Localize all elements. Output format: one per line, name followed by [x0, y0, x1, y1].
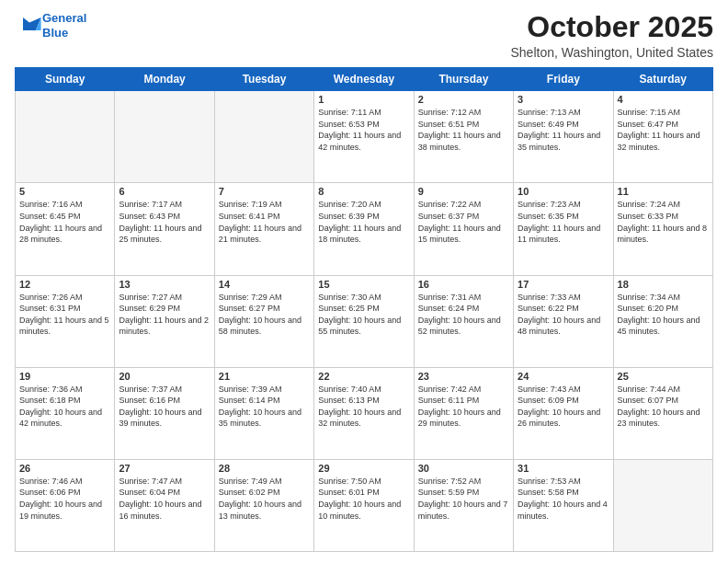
day-number: 12	[19, 279, 110, 290]
title-block: October 2025 Shelton, Washington, United…	[511, 11, 714, 60]
day-info: Sunrise: 7:33 AMSunset: 6:22 PMDaylight:…	[518, 292, 609, 338]
day-info: Sunrise: 7:26 AMSunset: 6:31 PMDaylight:…	[19, 292, 110, 338]
day-info: Sunrise: 7:13 AMSunset: 6:49 PMDaylight:…	[518, 107, 609, 153]
table-row	[16, 91, 115, 183]
col-saturday: Saturday	[613, 68, 712, 91]
table-row: 21Sunrise: 7:39 AMSunset: 6:14 PMDayligh…	[214, 367, 313, 459]
calendar-table: Sunday Monday Tuesday Wednesday Thursday…	[15, 67, 713, 552]
logo-icon	[17, 11, 42, 37]
day-number: 1	[318, 94, 409, 105]
col-wednesday: Wednesday	[314, 68, 414, 91]
day-info: Sunrise: 7:47 AMSunset: 6:04 PMDaylight:…	[119, 476, 210, 522]
table-row: 12Sunrise: 7:26 AMSunset: 6:31 PMDayligh…	[16, 275, 115, 367]
logo: General Blue	[15, 11, 86, 40]
day-number: 6	[119, 186, 210, 197]
month-title: October 2025	[511, 11, 714, 43]
table-row: 26Sunrise: 7:46 AMSunset: 6:06 PMDayligh…	[16, 459, 115, 551]
day-info: Sunrise: 7:40 AMSunset: 6:13 PMDaylight:…	[318, 384, 409, 430]
calendar-week-row: 19Sunrise: 7:36 AMSunset: 6:18 PMDayligh…	[16, 367, 713, 459]
day-number: 22	[318, 371, 409, 382]
table-row: 8Sunrise: 7:20 AMSunset: 6:39 PMDaylight…	[314, 183, 414, 275]
day-info: Sunrise: 7:16 AMSunset: 6:45 PMDaylight:…	[19, 199, 110, 245]
day-info: Sunrise: 7:15 AMSunset: 6:47 PMDaylight:…	[618, 107, 709, 153]
day-info: Sunrise: 7:24 AMSunset: 6:33 PMDaylight:…	[618, 199, 709, 245]
table-row: 23Sunrise: 7:42 AMSunset: 6:11 PMDayligh…	[414, 367, 513, 459]
table-row: 4Sunrise: 7:15 AMSunset: 6:47 PMDaylight…	[613, 91, 712, 183]
day-info: Sunrise: 7:20 AMSunset: 6:39 PMDaylight:…	[318, 199, 409, 245]
day-number: 28	[219, 463, 310, 474]
table-row: 7Sunrise: 7:19 AMSunset: 6:41 PMDaylight…	[214, 183, 313, 275]
calendar-week-row: 1Sunrise: 7:11 AMSunset: 6:53 PMDaylight…	[16, 91, 713, 183]
table-row: 18Sunrise: 7:34 AMSunset: 6:20 PMDayligh…	[613, 275, 712, 367]
table-row: 9Sunrise: 7:22 AMSunset: 6:37 PMDaylight…	[414, 183, 513, 275]
day-number: 9	[418, 186, 509, 197]
day-number: 5	[19, 186, 110, 197]
day-info: Sunrise: 7:37 AMSunset: 6:16 PMDaylight:…	[119, 384, 210, 430]
day-info: Sunrise: 7:11 AMSunset: 6:53 PMDaylight:…	[318, 107, 409, 153]
day-number: 25	[618, 371, 709, 382]
day-info: Sunrise: 7:17 AMSunset: 6:43 PMDaylight:…	[119, 199, 210, 245]
day-number: 15	[318, 279, 409, 290]
logo-text: General Blue	[42, 11, 86, 40]
day-number: 18	[618, 279, 709, 290]
page: General Blue October 2025 Shelton, Washi…	[0, 0, 728, 563]
day-info: Sunrise: 7:43 AMSunset: 6:09 PMDaylight:…	[518, 384, 609, 430]
day-number: 26	[19, 463, 110, 474]
day-number: 19	[19, 371, 110, 382]
day-number: 2	[418, 94, 509, 105]
table-row: 28Sunrise: 7:49 AMSunset: 6:02 PMDayligh…	[214, 459, 313, 551]
day-number: 21	[219, 371, 310, 382]
day-info: Sunrise: 7:46 AMSunset: 6:06 PMDaylight:…	[19, 476, 110, 522]
calendar-week-row: 26Sunrise: 7:46 AMSunset: 6:06 PMDayligh…	[16, 459, 713, 551]
logo-line2: Blue	[42, 26, 68, 40]
day-number: 10	[518, 186, 609, 197]
day-info: Sunrise: 7:29 AMSunset: 6:27 PMDaylight:…	[219, 292, 310, 338]
calendar-week-row: 5Sunrise: 7:16 AMSunset: 6:45 PMDaylight…	[16, 183, 713, 275]
day-number: 29	[318, 463, 409, 474]
table-row: 19Sunrise: 7:36 AMSunset: 6:18 PMDayligh…	[16, 367, 115, 459]
col-friday: Friday	[514, 68, 613, 91]
day-number: 27	[119, 463, 210, 474]
day-info: Sunrise: 7:31 AMSunset: 6:24 PMDaylight:…	[418, 292, 509, 338]
table-row: 1Sunrise: 7:11 AMSunset: 6:53 PMDaylight…	[314, 91, 414, 183]
day-info: Sunrise: 7:23 AMSunset: 6:35 PMDaylight:…	[518, 199, 609, 245]
table-row: 15Sunrise: 7:30 AMSunset: 6:25 PMDayligh…	[314, 275, 414, 367]
table-row	[115, 91, 214, 183]
day-number: 3	[518, 94, 609, 105]
header: General Blue October 2025 Shelton, Washi…	[15, 11, 713, 60]
location-subtitle: Shelton, Washington, United States	[511, 45, 714, 60]
logo-line1: General	[42, 11, 86, 25]
table-row: 17Sunrise: 7:33 AMSunset: 6:22 PMDayligh…	[514, 275, 613, 367]
day-number: 13	[119, 279, 210, 290]
table-row: 6Sunrise: 7:17 AMSunset: 6:43 PMDaylight…	[115, 183, 214, 275]
table-row: 29Sunrise: 7:50 AMSunset: 6:01 PMDayligh…	[314, 459, 414, 551]
table-row: 31Sunrise: 7:53 AMSunset: 5:58 PMDayligh…	[514, 459, 613, 551]
day-info: Sunrise: 7:19 AMSunset: 6:41 PMDaylight:…	[219, 199, 310, 245]
col-monday: Monday	[115, 68, 214, 91]
calendar-week-row: 12Sunrise: 7:26 AMSunset: 6:31 PMDayligh…	[16, 275, 713, 367]
table-row: 16Sunrise: 7:31 AMSunset: 6:24 PMDayligh…	[414, 275, 513, 367]
day-info: Sunrise: 7:34 AMSunset: 6:20 PMDaylight:…	[618, 292, 709, 338]
table-row: 27Sunrise: 7:47 AMSunset: 6:04 PMDayligh…	[115, 459, 214, 551]
day-number: 24	[518, 371, 609, 382]
table-row	[613, 459, 712, 551]
day-info: Sunrise: 7:50 AMSunset: 6:01 PMDaylight:…	[318, 476, 409, 522]
table-row: 14Sunrise: 7:29 AMSunset: 6:27 PMDayligh…	[214, 275, 313, 367]
day-number: 14	[219, 279, 310, 290]
table-row: 22Sunrise: 7:40 AMSunset: 6:13 PMDayligh…	[314, 367, 414, 459]
table-row: 25Sunrise: 7:44 AMSunset: 6:07 PMDayligh…	[613, 367, 712, 459]
day-number: 8	[318, 186, 409, 197]
col-sunday: Sunday	[16, 68, 115, 91]
day-number: 30	[418, 463, 509, 474]
table-row: 24Sunrise: 7:43 AMSunset: 6:09 PMDayligh…	[514, 367, 613, 459]
day-number: 23	[418, 371, 509, 382]
day-number: 11	[618, 186, 709, 197]
day-info: Sunrise: 7:49 AMSunset: 6:02 PMDaylight:…	[219, 476, 310, 522]
day-number: 4	[618, 94, 709, 105]
day-number: 16	[418, 279, 509, 290]
table-row: 20Sunrise: 7:37 AMSunset: 6:16 PMDayligh…	[115, 367, 214, 459]
day-info: Sunrise: 7:22 AMSunset: 6:37 PMDaylight:…	[418, 199, 509, 245]
day-info: Sunrise: 7:12 AMSunset: 6:51 PMDaylight:…	[418, 107, 509, 153]
col-tuesday: Tuesday	[214, 68, 313, 91]
day-info: Sunrise: 7:53 AMSunset: 5:58 PMDaylight:…	[518, 476, 609, 522]
